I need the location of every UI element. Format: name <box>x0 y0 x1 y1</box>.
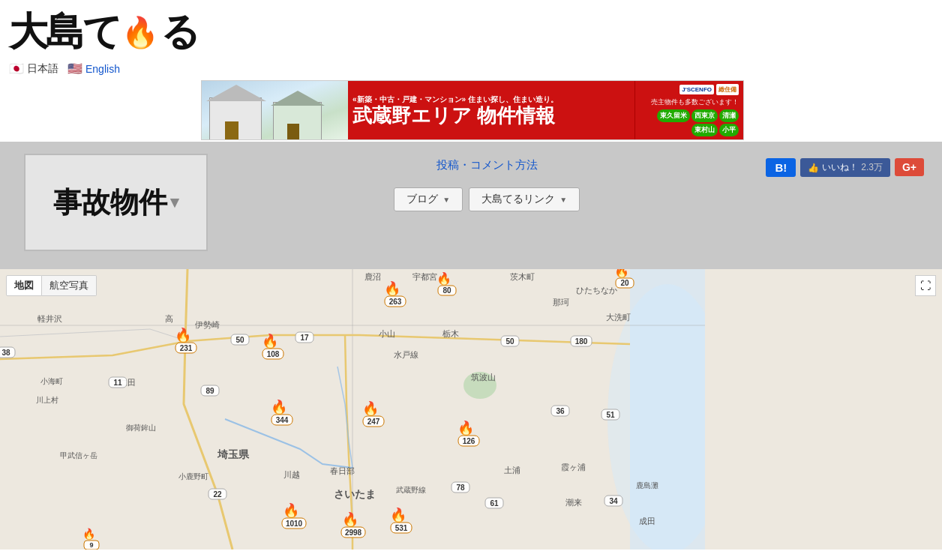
svg-text:17: 17 <box>300 334 309 342</box>
svg-text:鹿島灘: 鹿島灘 <box>636 481 658 490</box>
blog-dropdown-icon: ▼ <box>442 196 450 204</box>
blog-menu-button[interactable]: ブログ ▼ <box>394 187 463 211</box>
svg-text:土浦: 土浦 <box>504 466 520 475</box>
svg-text:🔥: 🔥 <box>82 528 96 541</box>
svg-text:🔥: 🔥 <box>342 511 359 528</box>
svg-text:263: 263 <box>389 298 402 306</box>
jp-flag: 🇯🇵 <box>9 61 24 76</box>
marker-11[interactable]: 11 <box>109 377 127 388</box>
svg-text:那珂: 那珂 <box>553 298 569 307</box>
svg-text:武蔵野線: 武蔵野線 <box>396 486 426 494</box>
marker-89[interactable]: 89 <box>201 385 219 396</box>
svg-text:9: 9 <box>89 541 93 549</box>
header: 大島て 🔥 る 🇯🇵 日本語 🇺🇸 English <box>0 0 942 79</box>
map-container: 地図 航空写真 ⛶ 軽井沢 高 伊勢崎 下仁田 鹿沼 宇都宮 茨木町 <box>0 269 942 550</box>
city-2: 西東京 <box>692 109 718 122</box>
ad-main-text: 武蔵野エリア 物件情報 <box>352 105 630 127</box>
fb-like-widget[interactable]: 👍 いいね！ 2.3万 <box>800 158 890 177</box>
flame-icon: 🔥 <box>122 15 159 50</box>
svg-text:霞ヶ浦: 霞ヶ浦 <box>561 463 586 472</box>
city-4: 東村山 <box>692 124 718 136</box>
svg-text:栃木: 栃木 <box>442 329 459 338</box>
svg-text:1010: 1010 <box>286 520 303 528</box>
site-logo: 大島て 🔥 る <box>9 6 933 58</box>
svg-text:茨木町: 茨木町 <box>510 272 535 281</box>
aerial-view-button[interactable]: 航空写真 <box>42 275 97 296</box>
nav-arrow: ▾ <box>170 193 178 212</box>
svg-text:50: 50 <box>506 337 514 346</box>
svg-text:180: 180 <box>575 337 588 346</box>
svg-text:軽井沢: 軽井沢 <box>38 314 62 323</box>
svg-text:2998: 2998 <box>345 529 362 537</box>
post-link[interactable]: 投稿・コメント方法 <box>436 158 538 172</box>
marker-78[interactable]: 78 <box>452 482 470 493</box>
svg-text:531: 531 <box>395 524 408 532</box>
marker-180[interactable]: 180 <box>571 336 592 346</box>
svg-text:川上村: 川上村 <box>36 396 58 404</box>
marker-51[interactable]: 51 <box>602 409 620 420</box>
svg-text:🔥: 🔥 <box>384 280 401 297</box>
svg-text:御荷鉾山: 御荷鉾山 <box>126 424 156 432</box>
svg-text:247: 247 <box>368 418 380 426</box>
site-title: 事故物件 ▾ <box>53 184 178 222</box>
marker-22[interactable]: 22 <box>208 489 226 499</box>
link-menu-button[interactable]: 大島てるリンク ▼ <box>469 187 580 211</box>
svg-text:36: 36 <box>556 407 565 415</box>
svg-text:🔥: 🔥 <box>436 271 452 286</box>
fullscreen-icon: ⛶ <box>920 280 931 292</box>
svg-text:61: 61 <box>490 499 499 508</box>
map-view-button[interactable]: 地図 <box>6 275 42 296</box>
svg-text:🔥: 🔥 <box>390 507 407 523</box>
ad-content: «新築・中古・戸建・マンション» 住まい探し、住まい造り。 武蔵野エリア 物件情… <box>348 81 634 139</box>
lang-english[interactable]: 🇺🇸 English <box>68 61 120 76</box>
svg-text:80: 80 <box>442 286 452 295</box>
svg-text:潮来: 潮来 <box>566 498 582 507</box>
link-dropdown-icon: ▼ <box>560 196 567 204</box>
svg-text:78: 78 <box>456 484 465 492</box>
marker-36[interactable]: 36 <box>551 406 569 416</box>
ad-tagline: «新築・中古・戸建・マンション» 住まい探し、住まい造り。 <box>352 94 630 105</box>
logo-text: 大島て <box>9 6 120 58</box>
svg-text:小海町: 小海町 <box>40 377 63 385</box>
en-flag: 🇺🇸 <box>68 61 82 76</box>
svg-text:11: 11 <box>113 379 122 387</box>
lang-japanese[interactable]: 🇯🇵 日本語 <box>9 61 58 76</box>
gplus-button[interactable]: G+ <box>895 158 924 176</box>
svg-text:🔥: 🔥 <box>175 327 192 343</box>
svg-text:🔥: 🔥 <box>614 269 629 278</box>
svg-text:20: 20 <box>620 279 629 287</box>
city-5: 小平 <box>719 124 739 136</box>
svg-text:🔥: 🔥 <box>271 399 288 415</box>
fullscreen-button[interactable]: ⛶ <box>915 275 936 296</box>
svg-text:春日部: 春日部 <box>330 466 355 475</box>
svg-text:89: 89 <box>206 387 214 395</box>
svg-text:🔥: 🔥 <box>283 502 300 519</box>
svg-text:伊勢崎: 伊勢崎 <box>195 320 220 329</box>
marker-50-1[interactable]: 50 <box>231 334 249 345</box>
hatena-button[interactable]: B! <box>766 158 796 177</box>
marker-50-2[interactable]: 50 <box>501 336 519 346</box>
brand-sub: 緻住備 <box>716 84 739 95</box>
svg-text:埼玉県: 埼玉県 <box>217 448 250 460</box>
marker-61[interactable]: 61 <box>485 498 503 508</box>
svg-text:川越: 川越 <box>284 470 300 479</box>
svg-text:344: 344 <box>276 416 289 424</box>
logo-ru: る <box>160 6 200 58</box>
svg-text:高: 高 <box>165 314 173 323</box>
svg-text:🔥: 🔥 <box>362 400 380 417</box>
svg-text:さいたま: さいたま <box>334 488 376 500</box>
marker-17[interactable]: 17 <box>296 332 314 343</box>
site-title-box: 事故物件 ▾ <box>24 154 208 251</box>
svg-text:22: 22 <box>213 490 222 499</box>
marker-34[interactable]: 34 <box>604 496 622 506</box>
svg-text:231: 231 <box>180 344 193 352</box>
svg-text:小鹿野町: 小鹿野町 <box>178 472 208 481</box>
brand-logo: J'SCENFO <box>680 85 714 94</box>
nav-center: 投稿・コメント方法 ブログ ▼ 大島てるリンク ▼ <box>208 148 766 211</box>
map-controls: 地図 航空写真 <box>6 275 97 296</box>
marker-38[interactable]: 38 <box>0 347 15 358</box>
svg-text:成田: 成田 <box>639 517 656 526</box>
language-bar: 🇯🇵 日本語 🇺🇸 English <box>9 61 933 76</box>
ad-banner[interactable]: «新築・中古・戸建・マンション» 住まい探し、住まい造り。 武蔵野エリア 物件情… <box>201 80 744 140</box>
map: 軽井沢 高 伊勢崎 下仁田 鹿沼 宇都宮 茨木町 栃木 小山 水戸線 筑波山 那… <box>0 269 705 550</box>
